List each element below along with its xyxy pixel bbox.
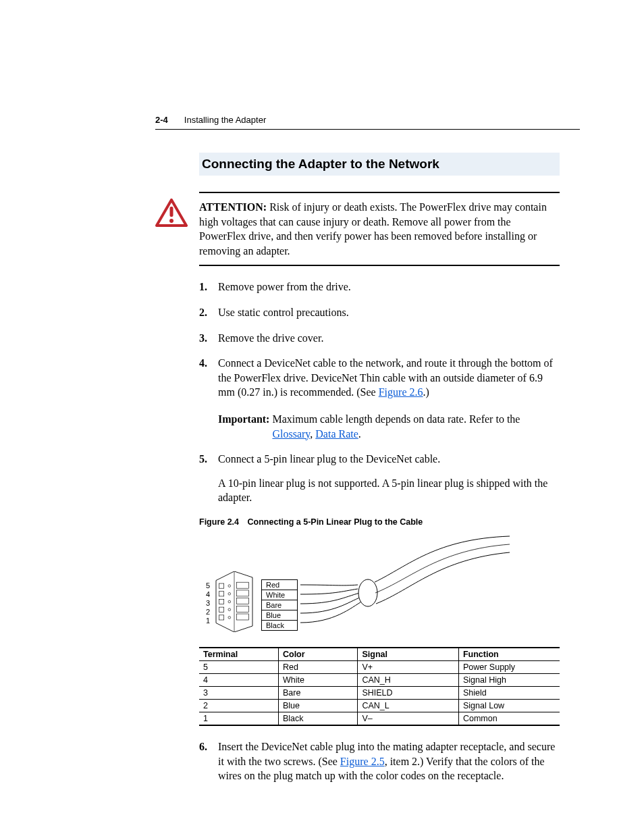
section-heading: Connecting the Adapter to the Network xyxy=(199,153,560,176)
cell-signal: SHIELD xyxy=(358,686,459,699)
pin-3: 3 xyxy=(206,599,210,608)
pin-numbers: 5 4 3 2 1 xyxy=(206,581,210,625)
cell-terminal: 3 xyxy=(199,686,278,699)
cell-function: Power Supply xyxy=(458,660,560,673)
figure-2-5-link[interactable]: Figure 2.5 xyxy=(340,756,385,767)
step-4: Connect a DeviceNet cable to the network… xyxy=(199,356,560,441)
wire-white: White xyxy=(261,590,298,600)
attention-icon xyxy=(155,199,188,231)
step-1-text: Remove power from the drive. xyxy=(218,281,351,292)
terminal-table: Terminal Color Signal Function 5 Red V+ … xyxy=(199,647,560,726)
th-signal: Signal xyxy=(358,648,459,661)
svg-rect-10 xyxy=(237,590,249,596)
step-2: Use static control precautions. xyxy=(199,305,560,320)
svg-point-6 xyxy=(228,585,231,588)
cell-function: Shield xyxy=(458,686,560,699)
cell-color: White xyxy=(278,673,357,686)
cell-color: Red xyxy=(278,660,357,673)
table-row: 5 Red V+ Power Supply xyxy=(199,660,560,673)
important-label: Important: xyxy=(218,412,269,441)
figure-caption: Figure 2.4 Connecting a 5-Pin Linear Plu… xyxy=(199,517,560,527)
cable-icon xyxy=(294,532,510,633)
svg-rect-11 xyxy=(219,599,224,604)
important-note: Important: Maximum cable length depends … xyxy=(218,412,560,441)
attention-text: ATTENTION: Risk of injury or death exist… xyxy=(199,200,560,258)
chapter-title: Installing the Adapter xyxy=(184,115,266,125)
cell-signal: V+ xyxy=(358,660,459,673)
svg-rect-14 xyxy=(219,607,224,612)
cell-function: Signal High xyxy=(458,673,560,686)
cell-terminal: 1 xyxy=(199,712,278,725)
running-header: 2-4 Installing the Adapter xyxy=(155,115,580,130)
figure-diagram: 5 4 3 2 1 Red White Bare xyxy=(199,532,560,640)
figure-2-6-link[interactable]: Figure 2.6 xyxy=(379,386,423,398)
svg-rect-7 xyxy=(237,582,249,588)
attention-label: ATTENTION: xyxy=(199,201,267,213)
cell-signal: CAN_L xyxy=(358,699,459,712)
wire-labels: Red White Bare Blue Black xyxy=(261,579,298,631)
data-rate-link[interactable]: Data Rate xyxy=(315,428,358,440)
step-1: Remove power from the drive. xyxy=(199,280,560,294)
th-color: Color xyxy=(278,648,357,661)
cell-function: Common xyxy=(458,712,560,725)
steps-list-continued: Insert the DeviceNet cable plug into the… xyxy=(199,739,560,783)
cell-color: Black xyxy=(278,712,357,725)
pin-4: 4 xyxy=(206,590,210,599)
svg-rect-13 xyxy=(237,598,249,604)
cell-terminal: 2 xyxy=(199,699,278,712)
pin-1: 1 xyxy=(206,617,210,625)
th-terminal: Terminal xyxy=(199,648,278,661)
connector-icon xyxy=(214,571,254,632)
svg-rect-1 xyxy=(170,207,173,217)
cell-terminal: 5 xyxy=(199,660,278,673)
svg-point-9 xyxy=(228,592,231,595)
svg-point-15 xyxy=(228,608,231,611)
cell-color: Bare xyxy=(278,686,357,699)
wire-blue: Blue xyxy=(261,610,298,620)
wire-bare: Bare xyxy=(261,600,298,610)
pin-5: 5 xyxy=(206,581,210,590)
svg-rect-5 xyxy=(219,583,224,588)
svg-point-18 xyxy=(228,617,231,619)
th-function: Function xyxy=(458,648,560,661)
step-4-text-b: .) xyxy=(423,386,429,398)
content-column: Connecting the Adapter to the Network AT… xyxy=(199,153,560,783)
attention-block: ATTENTION: Risk of injury or death exist… xyxy=(199,192,560,266)
step-2-text: Use static control precautions. xyxy=(218,307,349,318)
table-row: 1 Black V– Common xyxy=(199,712,560,725)
important-text-a: Maximum cable length depends on data rat… xyxy=(272,413,520,425)
step-3: Remove the drive cover. xyxy=(199,331,560,346)
page: 2-4 Installing the Adapter Connecting th… xyxy=(0,0,644,834)
svg-rect-16 xyxy=(237,606,249,612)
cell-function: Signal Low xyxy=(458,699,560,712)
table-row: 4 White CAN_H Signal High xyxy=(199,673,560,686)
wire-red: Red xyxy=(261,579,298,590)
table-header-row: Terminal Color Signal Function xyxy=(199,648,560,661)
svg-rect-19 xyxy=(237,614,249,620)
cell-signal: CAN_H xyxy=(358,673,459,686)
important-body: Maximum cable length depends on data rat… xyxy=(272,412,560,441)
svg-rect-17 xyxy=(219,615,224,620)
cell-signal: V– xyxy=(358,712,459,725)
cell-color: Blue xyxy=(278,699,357,712)
cell-terminal: 4 xyxy=(199,673,278,686)
table-row: 2 Blue CAN_L Signal Low xyxy=(199,699,560,712)
important-text-b: . xyxy=(358,428,361,440)
pin-2: 2 xyxy=(206,608,210,617)
page-number: 2-4 xyxy=(155,115,168,125)
step-5-text-a: Connect a 5-pin linear plug to the Devic… xyxy=(218,453,440,465)
steps-list: Remove power from the drive. Use static … xyxy=(199,280,560,505)
svg-point-2 xyxy=(169,219,173,223)
glossary-link[interactable]: Glossary xyxy=(272,428,310,440)
step-3-text: Remove the drive cover. xyxy=(218,332,323,344)
table-row: 3 Bare SHIELD Shield xyxy=(199,686,560,699)
step-5: Connect a 5-pin linear plug to the Devic… xyxy=(199,452,560,505)
step-6: Insert the DeviceNet cable plug into the… xyxy=(199,739,560,783)
step-5-text-b: A 10-pin linear plug is not supported. A… xyxy=(218,476,560,505)
svg-point-12 xyxy=(228,600,231,603)
wire-black: Black xyxy=(261,620,298,631)
svg-point-20 xyxy=(358,579,377,606)
svg-rect-8 xyxy=(219,592,224,596)
